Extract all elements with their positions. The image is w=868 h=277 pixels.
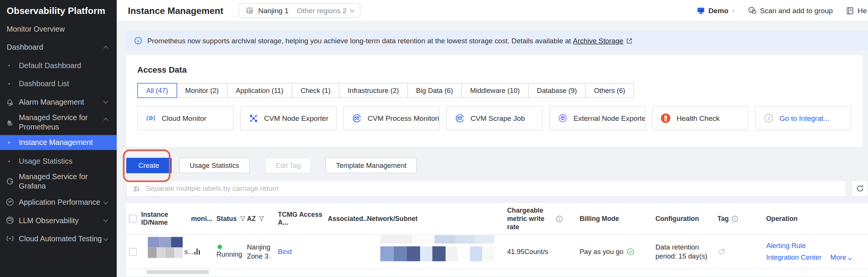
search-input[interactable] — [127, 181, 846, 196]
card-cvm-node-exporter[interactable]: CVM Node Exporter — [240, 106, 337, 130]
card-cvm-process-monitoring[interactable]: CVM Process Monitoring — [343, 106, 440, 130]
sidebar-item-application-performance[interactable]: Application Performance — [0, 195, 117, 209]
tab-check[interactable]: Check (1) — [292, 83, 340, 98]
wechat-scan-icon — [748, 6, 757, 15]
sidebar-item-managed-grafana[interactable]: Managed Service for Grafana — [0, 172, 117, 191]
chevron-down-icon — [104, 236, 108, 241]
info-icon[interactable] — [731, 215, 739, 222]
sidebar-item-label: Alarm Management — [19, 97, 84, 107]
config-line1: Data retention — [655, 243, 707, 252]
col-tag: Tag — [717, 215, 729, 223]
scan-add-group[interactable]: Scan and add to group — [748, 6, 833, 15]
sidebar-item-label: Dashboard List — [19, 79, 69, 88]
alerting-rule-link[interactable]: Alerting Rule — [766, 242, 851, 250]
az-line2: Zone 3 — [247, 251, 270, 260]
sidebar-item-usage-statistics[interactable]: Usage Statistics — [0, 154, 117, 168]
region-selector[interactable]: Nanjing 1 Other regions 2 — [239, 3, 360, 18]
sidebar-item-label: Default Dashboard — [19, 61, 81, 70]
status-dot — [218, 245, 222, 249]
more-dropdown[interactable]: More — [830, 254, 851, 262]
col-chargeable: Chargeable metric write rate — [507, 206, 553, 231]
tab-infrastructure[interactable]: Infrastructure (2) — [339, 83, 408, 98]
table-header: Instance ID/Name moni... Status AZ TCMG … — [126, 203, 868, 235]
refresh-button[interactable] — [851, 180, 868, 196]
region-current: Nanjing 1 — [258, 6, 289, 15]
access-data-title: Access Data — [137, 65, 851, 74]
info-icon[interactable] — [556, 215, 563, 222]
help-label: He — [858, 6, 867, 15]
card-go-to-integration[interactable]: Go to Integrat... — [755, 106, 851, 130]
integration-center-link[interactable]: Integration Center — [766, 254, 821, 262]
bell-icon — [5, 97, 14, 107]
prometheus-icon — [5, 118, 14, 127]
redacted-instance-id — [147, 270, 209, 274]
integration-cards: Cloud Monitor CVM Node Exporter — [137, 106, 851, 130]
help-link[interactable]: He — [846, 6, 867, 15]
sidebar: Observability Platform Monitor Overview … — [0, 0, 117, 277]
sidebar-item-cloud-automated-testing[interactable]: Cloud Automated Testing — [0, 231, 117, 246]
tab-middleware[interactable]: Middleware (10) — [461, 83, 528, 98]
status-badge: Running — [216, 251, 242, 259]
check-circle-icon — [627, 248, 635, 256]
card-label: External Node Exporter — [574, 114, 646, 122]
table-row-partial — [126, 269, 868, 276]
sidebar-item-dashboard[interactable]: Dashboard — [0, 40, 117, 54]
tab-others[interactable]: Others (6) — [585, 83, 634, 98]
write-rate-value: 41.95Count/s — [507, 248, 548, 256]
card-health-check[interactable]: Health Check — [652, 106, 748, 130]
status-cell: Running — [216, 235, 247, 269]
create-button[interactable]: Create — [126, 158, 171, 173]
app-title: Observability Platform — [0, 0, 117, 16]
bullet-icon — [8, 83, 10, 84]
go-integration-label: Go to Integrat... — [780, 114, 830, 122]
template-management-button[interactable]: Template Management — [326, 158, 417, 173]
demo-link[interactable]: Demo › — [697, 6, 734, 15]
tab-big-data[interactable]: Big Data (6) — [407, 83, 462, 98]
usage-statistics-button[interactable]: Usage Statistics — [179, 158, 250, 173]
label-search — [126, 180, 846, 196]
search-row — [126, 180, 868, 196]
sidebar-item-dashboard-list[interactable]: Dashboard List — [0, 76, 117, 91]
tab-monitor[interactable]: Monitor (2) — [177, 83, 228, 98]
tag-icon[interactable] — [717, 248, 725, 256]
sidebar-item-label: LLM Observability — [19, 216, 79, 225]
card-label: CVM Scrape Job — [471, 114, 525, 122]
apm-icon — [5, 197, 14, 207]
bullet-icon — [8, 142, 10, 143]
sidebar-item-managed-prometheus[interactable]: Managed Service for Prometheus — [0, 113, 117, 132]
configuration-cell: Data retention period: 15 day(s) — [655, 235, 717, 269]
sidebar-menu: Monitor Overview Dashboard Default Dashb… — [0, 21, 117, 246]
tab-database[interactable]: Database (9) — [528, 83, 586, 98]
instance-table: Instance ID/Name moni... Status AZ TCMG … — [126, 203, 868, 276]
card-cloud-monitor[interactable]: Cloud Monitor — [137, 106, 234, 130]
llm-icon — [5, 216, 14, 225]
tab-all[interactable]: All (47) — [137, 83, 177, 98]
filter-icon[interactable] — [259, 216, 265, 222]
bar-chart-icon[interactable] — [194, 248, 200, 254]
grafana-icon — [5, 177, 14, 186]
card-label: CVM Process Monitoring — [368, 114, 440, 122]
sidebar-item-instance-management[interactable]: Instance Management — [0, 135, 117, 150]
card-label: Cloud Monitor — [161, 114, 206, 122]
card-cvm-scrape-job[interactable]: CVM Scrape Job — [446, 106, 542, 130]
tcmg-cell: Bind — [278, 235, 327, 269]
bind-link[interactable]: Bind — [278, 248, 292, 256]
tab-application[interactable]: Application (11) — [227, 83, 292, 98]
select-all-checkbox[interactable] — [129, 215, 137, 223]
row-checkbox[interactable] — [129, 248, 137, 256]
demo-monitor-icon — [697, 6, 705, 15]
filter-icon[interactable] — [239, 216, 245, 222]
region-other[interactable]: Other regions 2 — [297, 6, 347, 15]
card-external-node-exporter[interactable]: External Node Exporter — [549, 106, 646, 130]
edit-tag-button: Edit Tag — [265, 158, 311, 173]
archive-storage-link[interactable]: Archive Storage — [573, 37, 623, 45]
health-check-icon — [661, 113, 671, 123]
sidebar-item-default-dashboard[interactable]: Default Dashboard — [0, 58, 117, 72]
sidebar-item-monitor-overview[interactable]: Monitor Overview — [0, 21, 117, 36]
card-label: CVM Node Exporter — [264, 114, 329, 122]
chevron-up-icon — [104, 46, 108, 50]
write-rate-cell: 41.95Count/s — [507, 235, 580, 269]
sidebar-item-llm-observability[interactable]: LLM Observability — [0, 213, 117, 227]
sidebar-item-alarm-management[interactable]: Alarm Management — [0, 94, 117, 109]
sidebar-item-label: Managed Service for Grafana — [19, 172, 102, 191]
